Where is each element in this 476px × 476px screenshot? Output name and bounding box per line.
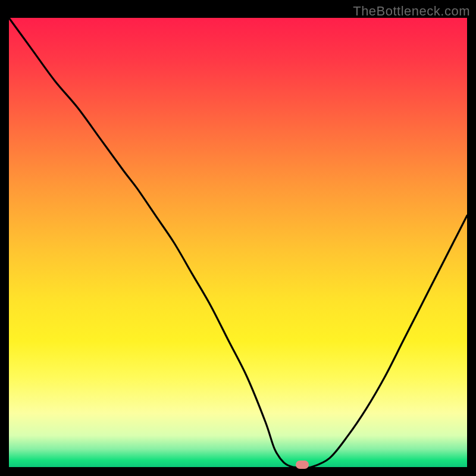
chart-frame: TheBottleneck.com	[0, 0, 476, 476]
optimum-marker-icon	[296, 461, 309, 469]
plot-area	[9, 18, 467, 467]
curve-svg	[9, 18, 467, 467]
watermark-text: TheBottleneck.com	[353, 4, 470, 19]
bottleneck-curve-line	[9, 18, 467, 467]
